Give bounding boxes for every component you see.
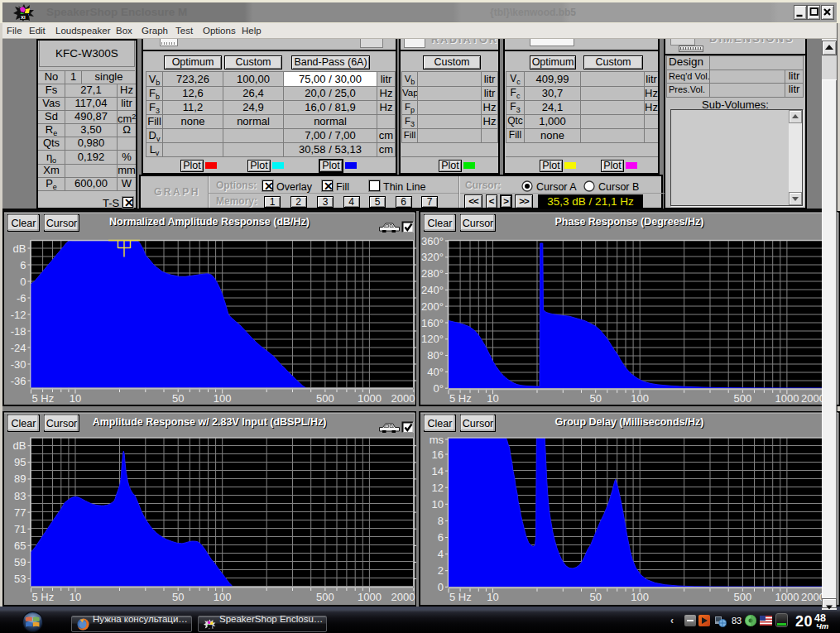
svg-text:10: 10 <box>70 392 81 405</box>
svg-text:160°: 160° <box>421 317 444 329</box>
svg-text:77: 77 <box>14 506 26 519</box>
svg-text:10: 10 <box>70 591 81 603</box>
svg-text:XI: XI <box>21 15 26 20</box>
svg-text:500: 500 <box>316 392 334 405</box>
svg-text:120°: 120° <box>421 333 444 345</box>
svg-text:5 Hz: 5 Hz <box>32 591 55 603</box>
svg-text:-6: -6 <box>17 292 26 305</box>
svg-text:Clear: Clear <box>428 218 453 229</box>
svg-text:-36: -36 <box>11 375 26 387</box>
svg-text:59: 59 <box>14 556 26 568</box>
svg-text:Cursor: Cursor <box>46 218 78 229</box>
svg-text:83: 83 <box>14 490 26 502</box>
svg-text:1000: 1000 <box>358 392 382 405</box>
svg-text:360°: 360° <box>421 235 444 247</box>
svg-text:500: 500 <box>734 591 752 603</box>
svg-text:Phase Response (Degrees/Hz): Phase Response (Degrees/Hz) <box>555 216 704 228</box>
svg-text:2: 2 <box>438 564 444 577</box>
svg-text:500: 500 <box>734 392 752 405</box>
svg-text:-30: -30 <box>11 358 26 371</box>
svg-text:Cursor: Cursor <box>463 218 494 229</box>
svg-text:10: 10 <box>487 591 498 603</box>
svg-text:Clear: Clear <box>428 418 453 429</box>
svg-text:4: 4 <box>438 548 444 560</box>
svg-text:320°: 320° <box>421 251 444 263</box>
svg-text:50: 50 <box>172 392 184 405</box>
svg-text:65: 65 <box>14 539 26 552</box>
svg-text:95: 95 <box>14 456 26 468</box>
svg-text:5 Hz: 5 Hz <box>449 591 472 603</box>
svg-text:16: 16 <box>432 448 444 461</box>
svg-text:6: 6 <box>438 531 444 544</box>
svg-text:Clear: Clear <box>12 418 36 429</box>
svg-text:100: 100 <box>214 591 232 603</box>
svg-text:0: 0 <box>438 581 444 593</box>
svg-text:6: 6 <box>20 259 26 271</box>
svg-text:Normalized Amplitude Response: Normalized Amplitude Response (dB/Hz) <box>109 216 310 228</box>
svg-text:dB: dB <box>13 439 26 452</box>
svg-text:10: 10 <box>432 498 444 511</box>
svg-text:50: 50 <box>589 392 601 405</box>
svg-text:100: 100 <box>631 591 649 603</box>
svg-text:80°: 80° <box>427 349 444 362</box>
svg-text:dB: dB <box>13 242 26 255</box>
svg-text:2000: 2000 <box>391 591 415 603</box>
svg-text:-12: -12 <box>11 309 26 321</box>
svg-text:500: 500 <box>316 591 334 603</box>
svg-text:200°: 200° <box>421 300 444 313</box>
svg-text:1000: 1000 <box>358 591 382 603</box>
svg-text:Amplitude Response w/ 2.83V In: Amplitude Response w/ 2.83V Input (dBSPL… <box>93 416 327 428</box>
svg-text:240°: 240° <box>421 284 444 296</box>
svg-text:280°: 280° <box>421 267 444 280</box>
svg-text:-24: -24 <box>11 342 26 354</box>
svg-text:50: 50 <box>172 591 184 603</box>
svg-text:Clear: Clear <box>12 218 36 229</box>
svg-text:Cursor: Cursor <box>46 418 78 429</box>
svg-text:50: 50 <box>589 591 601 603</box>
svg-text:100: 100 <box>631 392 649 405</box>
svg-text:2000: 2000 <box>391 392 415 405</box>
svg-text:-18: -18 <box>11 325 26 338</box>
svg-text:1000: 1000 <box>775 392 799 405</box>
svg-text:ms: ms <box>430 434 444 446</box>
svg-text:12: 12 <box>432 482 444 494</box>
svg-text:100: 100 <box>214 392 232 405</box>
svg-text:53: 53 <box>14 573 26 585</box>
svg-text:Group Delay (Milliseconds/Hz): Group Delay (Milliseconds/Hz) <box>555 416 704 428</box>
svg-text:14: 14 <box>432 465 444 477</box>
svg-text:Cursor: Cursor <box>463 418 494 429</box>
svg-text:10: 10 <box>487 392 498 405</box>
svg-text:1000: 1000 <box>775 591 799 603</box>
svg-text:5 Hz: 5 Hz <box>32 392 55 405</box>
svg-text:71: 71 <box>14 523 26 535</box>
svg-text:0°: 0° <box>434 382 444 395</box>
svg-text:89: 89 <box>14 472 26 485</box>
svg-text:0: 0 <box>20 276 26 288</box>
svg-text:8: 8 <box>438 515 444 527</box>
svg-text:40°: 40° <box>427 366 444 378</box>
svg-text:5 Hz: 5 Hz <box>449 392 472 405</box>
